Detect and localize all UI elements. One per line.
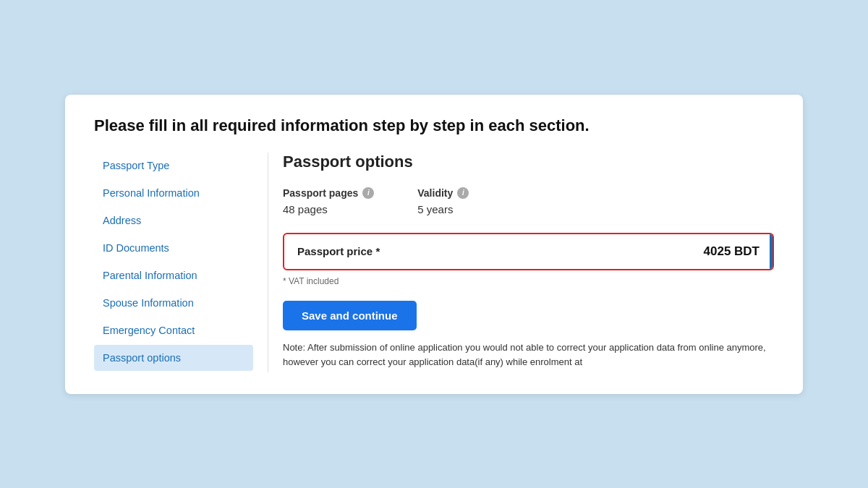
passport-pages-info-icon[interactable]: i bbox=[362, 187, 374, 199]
sidebar: Passport Type Personal Information Addre… bbox=[94, 153, 268, 372]
passport-pages-value: 48 pages bbox=[283, 203, 374, 215]
price-label: Passport price * bbox=[297, 245, 380, 257]
validity-info-icon[interactable]: i bbox=[457, 187, 469, 199]
price-value: 4025 BDT bbox=[704, 244, 760, 259]
sidebar-item-parental-information[interactable]: Parental Information bbox=[94, 262, 253, 288]
save-continue-button[interactable]: Save and continue bbox=[283, 301, 417, 330]
main-card: Please fill in all required information … bbox=[65, 95, 803, 394]
vat-note: * VAT included bbox=[283, 276, 774, 286]
sidebar-item-emergency-contact[interactable]: Emergency Contact bbox=[94, 317, 253, 343]
validity-group: Validity i 5 years bbox=[417, 187, 469, 215]
sidebar-item-personal-information[interactable]: Personal Information bbox=[94, 180, 253, 206]
sidebar-item-passport-type[interactable]: Passport Type bbox=[94, 153, 253, 179]
fields-row: Passport pages i 48 pages Validity i 5 y… bbox=[283, 187, 774, 215]
note-text: Note: After submission of online applica… bbox=[283, 341, 774, 371]
sidebar-item-id-documents[interactable]: ID Documents bbox=[94, 235, 253, 261]
passport-pages-group: Passport pages i 48 pages bbox=[283, 187, 374, 215]
validity-label: Validity i bbox=[417, 187, 469, 199]
price-box: Passport price * 4025 BDT bbox=[283, 233, 774, 270]
sidebar-item-passport-options[interactable]: Passport options bbox=[94, 345, 253, 371]
validity-value: 5 years bbox=[417, 203, 469, 215]
section-title: Passport options bbox=[283, 153, 774, 171]
page-header: Please fill in all required information … bbox=[94, 116, 774, 135]
sidebar-item-spouse-information[interactable]: Spouse Information bbox=[94, 290, 253, 316]
content-area: Passport Type Personal Information Addre… bbox=[94, 153, 774, 372]
passport-pages-label: Passport pages i bbox=[283, 187, 374, 199]
main-content: Passport options Passport pages i 48 pag… bbox=[268, 153, 774, 372]
sidebar-item-address[interactable]: Address bbox=[94, 207, 253, 234]
